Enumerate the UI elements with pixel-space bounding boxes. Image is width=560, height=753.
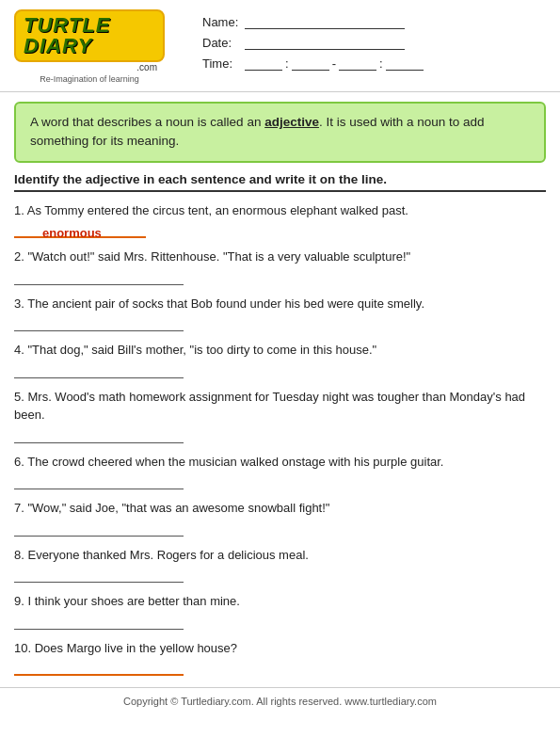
q4-number: 4. xyxy=(14,343,27,357)
time-m1[interactable] xyxy=(292,56,329,71)
q1-number: 1. xyxy=(14,203,27,217)
q3-text: 3. The ancient pair of socks that Bob fo… xyxy=(14,295,546,313)
q6-number: 6. xyxy=(14,455,27,469)
question-6: 6. The crowd cheered when the musician w… xyxy=(14,453,546,490)
questions-section: 1. As Tommy entered the circus tent, an … xyxy=(0,201,560,677)
q9-answer-line[interactable] xyxy=(14,617,184,630)
question-9: 9. I think your shoes are better than mi… xyxy=(14,592,546,630)
instruction-box: A word that describes a noun is called a… xyxy=(14,102,546,163)
name-underline[interactable] xyxy=(245,14,405,29)
q7-text: 7. "Wow," said Joe, "that was an awesome… xyxy=(14,499,546,518)
date-label: Date: xyxy=(202,36,245,50)
q1-answer-text: enormous xyxy=(42,226,102,240)
q5-answer-line[interactable] xyxy=(14,430,184,443)
logo-tagline: Re-Imagination of learning xyxy=(14,74,165,84)
time-field-row: Time: : - : xyxy=(202,56,541,71)
q3-number: 3. xyxy=(14,296,27,311)
q3-answer-line[interactable] xyxy=(14,318,184,331)
time-h1[interactable] xyxy=(245,56,282,71)
q8-answer-line[interactable] xyxy=(14,569,184,583)
q4-answer-line[interactable] xyxy=(14,365,184,378)
instruction-text-before: A word that describes a noun is called a… xyxy=(30,115,264,129)
q8-number: 8. xyxy=(14,548,27,562)
q9-number: 9. xyxy=(14,594,27,608)
logo-com: .com xyxy=(136,62,157,72)
question-10: 10. Does Margo live in the yellow house? xyxy=(14,639,546,677)
question-8: 8. Everyone thanked Mrs. Rogers for a de… xyxy=(14,546,546,584)
directions: Identify the adjective in each sentence … xyxy=(14,172,546,192)
q10-answer-line[interactable] xyxy=(14,663,184,676)
q4-text: 4. "That dog," said Bill's mother, "is t… xyxy=(14,341,546,360)
q2-number: 2. xyxy=(14,249,27,264)
q2-answer-line[interactable] xyxy=(14,272,184,285)
question-1: 1. As Tommy entered the circus tent, an … xyxy=(14,201,546,239)
name-field-row: Name: xyxy=(202,14,541,29)
page-header: TURTLE DIARY .com Re-Imagination of lear… xyxy=(0,0,560,92)
time-m2[interactable] xyxy=(386,56,424,71)
date-underline[interactable] xyxy=(245,35,405,50)
q5-text: 5. Mrs. Wood's math homework assignment … xyxy=(14,388,546,425)
q1-answer-wrapper: enormous xyxy=(14,225,546,238)
q10-text: 10. Does Margo live in the yellow house? xyxy=(14,639,546,658)
question-2: 2. "Watch out!" said Mrs. Rittenhouse. "… xyxy=(14,248,546,285)
question-7: 7. "Wow," said Joe, "that was an awesome… xyxy=(14,499,546,537)
logo-area: TURTLE DIARY .com Re-Imagination of lear… xyxy=(14,9,165,84)
page-footer: Copyright © Turtlediary.com. All rights … xyxy=(0,687,560,714)
name-label: Name: xyxy=(202,15,245,29)
q2-text: 2. "Watch out!" said Mrs. Rittenhouse. "… xyxy=(14,248,546,266)
q9-text: 9. I think your shoes are better than mi… xyxy=(14,592,546,611)
time-label: Time: xyxy=(202,56,245,71)
q7-answer-line[interactable] xyxy=(14,523,184,537)
form-fields: Name: Date: Time: : - : xyxy=(165,9,541,76)
logo-text: TURTLE DIARY xyxy=(24,15,155,56)
question-5: 5. Mrs. Wood's math homework assignment … xyxy=(14,388,546,443)
instruction-keyword: adjective xyxy=(264,115,319,129)
date-field-row: Date: xyxy=(202,35,541,50)
time-h2[interactable] xyxy=(339,56,376,71)
time-row: : - : xyxy=(245,56,424,71)
q8-text: 8. Everyone thanked Mrs. Rogers for a de… xyxy=(14,546,546,565)
q1-text: 1. As Tommy entered the circus tent, an … xyxy=(14,201,546,220)
q10-number: 10. xyxy=(14,641,35,655)
question-4: 4. "That dog," said Bill's mother, "is t… xyxy=(14,341,546,378)
q6-text: 6. The crowd cheered when the musician w… xyxy=(14,453,546,472)
question-3: 3. The ancient pair of socks that Bob fo… xyxy=(14,295,546,332)
q5-number: 5. xyxy=(14,390,27,404)
q6-answer-line[interactable] xyxy=(14,476,184,489)
logo-box: TURTLE DIARY xyxy=(14,9,165,62)
q7-number: 7. xyxy=(14,501,27,515)
